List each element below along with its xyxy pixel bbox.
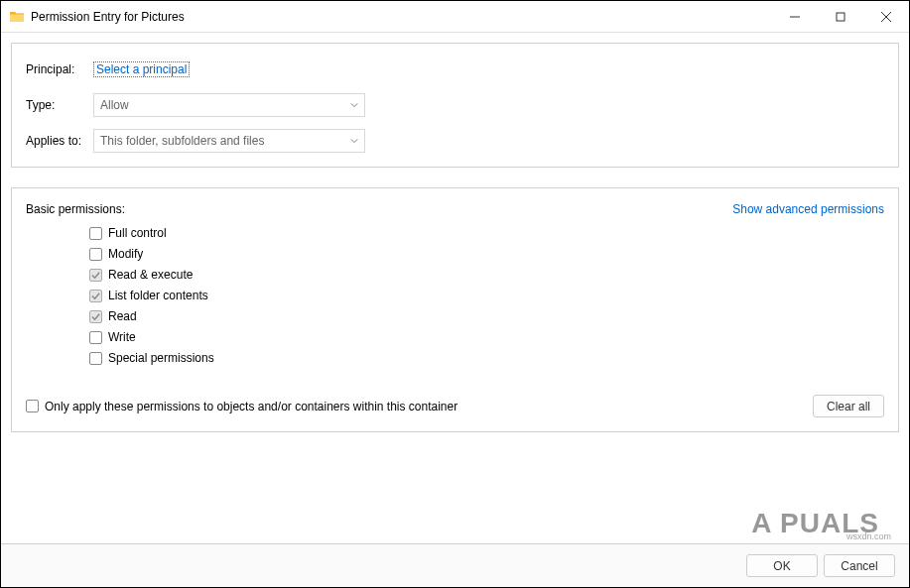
permission-checkbox[interactable] <box>89 248 102 261</box>
ok-button[interactable]: OK <box>746 554 818 577</box>
maximize-button[interactable] <box>818 1 863 33</box>
applies-label: Applies to: <box>26 134 93 148</box>
type-select[interactable]: Allow <box>93 93 365 117</box>
type-select-value: Allow <box>100 98 129 112</box>
permission-label: Special permissions <box>108 351 214 365</box>
permission-checkbox[interactable] <box>89 331 102 344</box>
window-title: Permission Entry for Pictures <box>31 10 772 24</box>
permission-label: Full control <box>108 226 167 240</box>
permissions-bottom-row: Only apply these permissions to objects … <box>26 395 884 417</box>
principal-row: Principal: Select a principal <box>26 58 884 81</box>
permission-row[interactable]: Full control <box>89 226 884 240</box>
permission-row[interactable]: Read & execute <box>89 268 884 282</box>
close-button[interactable] <box>863 1 909 33</box>
select-principal-link[interactable]: Select a principal <box>93 61 190 77</box>
permission-row[interactable]: Write <box>89 330 884 344</box>
cancel-button[interactable]: Cancel <box>824 554 895 577</box>
permission-row[interactable]: List folder contents <box>89 289 884 302</box>
applies-select-value: This folder, subfolders and files <box>100 134 264 148</box>
dialog-footer: OK Cancel <box>1 543 909 587</box>
applies-row: Applies to: This folder, subfolders and … <box>26 129 884 153</box>
only-apply-row[interactable]: Only apply these permissions to objects … <box>26 400 457 413</box>
principal-group: Principal: Select a principal Type: Allo… <box>11 43 899 168</box>
permission-label: Read <box>108 309 137 323</box>
chevron-down-icon <box>350 134 358 148</box>
type-row: Type: Allow <box>26 93 884 117</box>
titlebar: Permission Entry for Pictures <box>1 1 909 33</box>
clear-all-button[interactable]: Clear all <box>813 395 884 417</box>
permission-label: Read & execute <box>108 268 193 282</box>
only-apply-checkbox[interactable] <box>26 400 39 412</box>
show-advanced-link[interactable]: Show advanced permissions <box>732 202 884 216</box>
permissions-list: Full controlModifyRead & executeList fol… <box>26 226 884 365</box>
permission-label: Modify <box>108 247 143 261</box>
only-apply-label: Only apply these permissions to objects … <box>45 400 457 413</box>
permission-row[interactable]: Modify <box>89 247 884 261</box>
applies-select[interactable]: This folder, subfolders and files <box>93 129 365 153</box>
svg-rect-1 <box>837 13 845 21</box>
permission-checkbox[interactable] <box>89 352 102 365</box>
permission-label: Write <box>108 330 136 344</box>
permissions-header: Basic permissions: Show advanced permiss… <box>26 202 884 216</box>
chevron-down-icon <box>350 98 358 112</box>
permissions-group: Basic permissions: Show advanced permiss… <box>11 187 899 432</box>
principal-label: Principal: <box>26 62 93 76</box>
window-controls <box>772 1 909 32</box>
permissions-title: Basic permissions: <box>26 202 125 216</box>
permission-row[interactable]: Read <box>89 309 884 323</box>
minimize-button[interactable] <box>772 1 818 33</box>
permission-row[interactable]: Special permissions <box>89 351 884 365</box>
permission-checkbox[interactable] <box>89 310 102 323</box>
permission-checkbox[interactable] <box>89 227 102 240</box>
watermark-url: wsxdn.com <box>846 531 891 541</box>
type-label: Type: <box>26 98 93 112</box>
permission-checkbox[interactable] <box>89 269 102 282</box>
permission-label: List folder contents <box>108 289 208 302</box>
permission-checkbox[interactable] <box>89 290 102 302</box>
dialog-content: Principal: Select a principal Type: Allo… <box>1 33 909 442</box>
folder-icon <box>9 9 25 25</box>
